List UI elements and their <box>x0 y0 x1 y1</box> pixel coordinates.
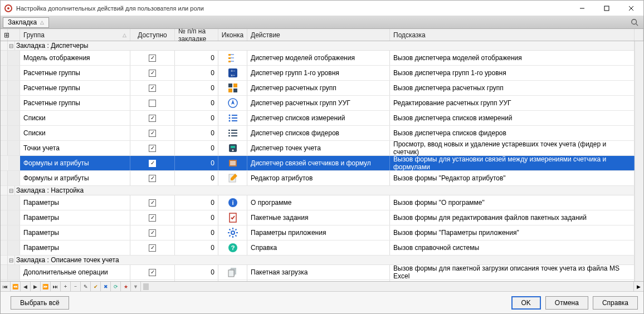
indent-cell <box>8 111 20 125</box>
group-row[interactable]: ⊟ Закладка : Описание точек учета <box>1 256 643 265</box>
checkbox[interactable] <box>149 214 156 222</box>
cell-action: Диспетчер моделей отображения <box>247 51 390 65</box>
table-row[interactable]: Параметры 0 Пакетные задания Вызов формы… <box>1 210 643 225</box>
nav-prev-page[interactable]: ⏪ <box>11 282 21 291</box>
table-row[interactable]: Дополнительные операции 0 Пакетная загру… <box>1 265 643 280</box>
nav-last[interactable]: ⏭ <box>51 282 61 291</box>
cell-available[interactable] <box>130 66 175 80</box>
nav-cancel[interactable]: ✖ <box>101 282 111 291</box>
cell-num: 0 <box>175 195 218 210</box>
cell-available[interactable] <box>130 195 175 210</box>
header-icon[interactable]: Иконка <box>218 29 247 41</box>
indent-cell <box>8 280 20 281</box>
header-expand[interactable]: ⊞ <box>1 29 8 41</box>
checkbox[interactable] <box>149 175 156 182</box>
collapse-icon[interactable]: ⊟ <box>9 188 13 194</box>
cell-available[interactable] <box>130 280 175 281</box>
nav-refresh[interactable]: ⟳ <box>111 282 121 291</box>
cell-group: Расчетные группы <box>20 96 130 110</box>
nav-filter[interactable]: ▼ <box>131 282 141 291</box>
collapse-icon[interactable]: ⊟ <box>9 43 13 49</box>
nav-first[interactable]: ⏮ <box>1 282 11 291</box>
indent-cell <box>8 126 20 140</box>
table-row[interactable]: Расчетные группы 0 Диспетчер расчетных г… <box>1 81 643 96</box>
table-row[interactable]: Параметры 0 ? Справка Вызов справочной с… <box>1 241 643 256</box>
nav-post[interactable]: ✔ <box>91 282 101 291</box>
cell-hint: Вызов диспетчера моделей отображения <box>390 51 635 65</box>
row-indicator <box>1 225 8 240</box>
nav-prev[interactable]: ◀ <box>21 282 31 291</box>
checkbox[interactable] <box>149 244 156 252</box>
cell-available[interactable] <box>130 51 175 65</box>
table-row[interactable]: Расчетные группы 0 Диспетчер расчетных г… <box>1 96 643 111</box>
table-row[interactable]: Параметры 0 Параметры приложения Вызов ф… <box>1 225 643 241</box>
table-row[interactable]: Расчетные группы 0 +−×÷ Диспетчер групп … <box>1 66 643 81</box>
table-row[interactable]: Параметры 0 i О программе Вызов формы "О… <box>1 195 643 210</box>
header-action[interactable]: Действие <box>247 29 390 41</box>
checkbox[interactable] <box>149 115 156 122</box>
group-chip-zakladka[interactable]: Закладка △ <box>3 17 49 28</box>
table-row[interactable]: Формулы и атрибуты 0 Диспетчер связей сч… <box>1 156 643 171</box>
window-title: Настройка дополнительных действий для по… <box>16 5 570 12</box>
vertical-scrollbar[interactable] <box>635 41 643 281</box>
checkbox[interactable] <box>149 269 156 276</box>
header-num[interactable]: № п/п на закладке <box>175 29 218 41</box>
h-scroll-right[interactable]: ▶ <box>633 282 643 291</box>
cell-icon <box>218 210 247 225</box>
maximize-button[interactable] <box>594 1 619 16</box>
cell-available[interactable] <box>130 111 175 125</box>
table-row[interactable]: Списки 0 Диспетчер списков фидеров Вызов… <box>1 126 643 141</box>
cell-available[interactable] <box>130 81 175 95</box>
cell-available[interactable] <box>130 96 175 110</box>
svg-rect-59 <box>228 270 234 277</box>
minimize-button[interactable] <box>570 1 594 16</box>
header-hint[interactable]: Подсказка <box>390 29 635 41</box>
checkbox[interactable] <box>149 160 156 167</box>
header-available[interactable]: Доступно <box>130 29 175 41</box>
cell-available[interactable] <box>130 210 175 225</box>
cell-available[interactable] <box>130 265 175 279</box>
checkbox[interactable] <box>149 70 156 77</box>
collapse-icon[interactable]: ⊟ <box>9 257 13 263</box>
cell-available[interactable] <box>130 141 175 155</box>
cell-available[interactable] <box>130 225 175 240</box>
row-indicator <box>1 241 8 255</box>
group-row[interactable]: ⊟ Закладка : Настройка <box>1 186 643 195</box>
svg-text:×÷: ×÷ <box>231 73 235 77</box>
nav-delete[interactable]: － <box>71 282 81 291</box>
table-row[interactable]: Дополнительные операции 0 Склад счетчико… <box>1 280 643 281</box>
table-row[interactable]: Формулы и атрибуты 0 Редактор атрибутов … <box>1 171 643 186</box>
checkbox[interactable] <box>149 229 156 237</box>
checkbox[interactable] <box>149 130 156 137</box>
nav-next[interactable]: ▶ <box>31 282 41 291</box>
table-row[interactable]: Модель отображения 0 Диспетчер моделей о… <box>1 51 643 66</box>
cell-available[interactable] <box>130 241 175 255</box>
nav-bookmark[interactable]: ★ <box>121 282 131 291</box>
nav-next-page[interactable]: ⏩ <box>41 282 51 291</box>
table-row[interactable]: Списки 0 Диспетчер списков измерений Выз… <box>1 111 643 126</box>
header-group[interactable]: Группа△ <box>20 29 130 41</box>
checkbox[interactable] <box>149 55 156 62</box>
checkbox[interactable] <box>149 145 156 152</box>
group-row[interactable]: ⊟ Закладка : Диспетчеры <box>1 41 643 51</box>
cell-hint: Просмотр и изменение счетчиков на складе <box>390 280 635 281</box>
checkbox[interactable] <box>149 85 156 92</box>
checkbox[interactable] <box>149 100 156 107</box>
nav-edit[interactable]: ✎ <box>81 282 91 291</box>
cell-available[interactable] <box>130 126 175 140</box>
checkbox[interactable] <box>149 199 156 207</box>
cell-action: Склад счетчиков <box>247 280 390 281</box>
cell-action: Справка <box>247 241 390 255</box>
cell-available[interactable] <box>130 171 175 185</box>
cancel-button[interactable]: Отмена <box>545 296 588 310</box>
search-button[interactable] <box>628 17 641 28</box>
close-button[interactable] <box>619 1 643 16</box>
cell-group: Дополнительные операции <box>20 265 130 279</box>
nav-insert[interactable]: ＋ <box>61 282 71 291</box>
cell-available[interactable] <box>130 156 175 170</box>
select-all-button[interactable]: Выбрать всё <box>11 296 69 310</box>
ok-button[interactable]: OK <box>511 296 541 310</box>
h-scroll-track[interactable] <box>141 282 633 291</box>
help-button[interactable]: Справка <box>593 296 638 310</box>
table-row[interactable]: Точки учета 0 Диспетчер точек учета Прос… <box>1 141 643 156</box>
